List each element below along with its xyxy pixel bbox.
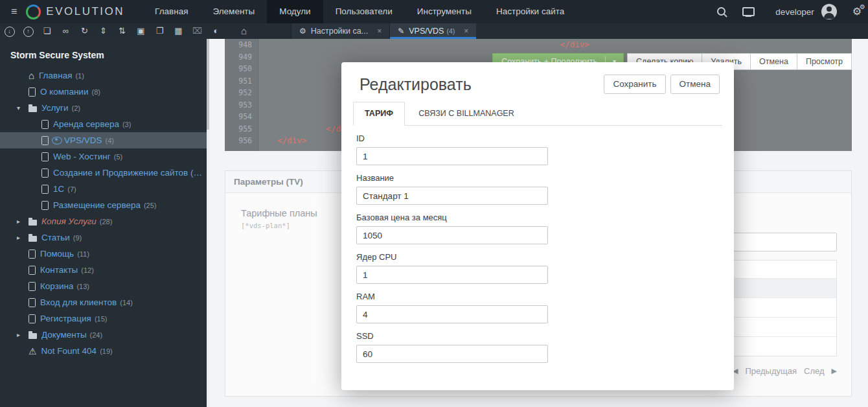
modal-buttons: Сохранить Отмена xyxy=(604,75,720,94)
new-document-icon[interactable]: ❏ xyxy=(38,23,56,39)
field-label-cpu-cores: Ядер CPU xyxy=(356,252,719,262)
home-icon: ⌂ xyxy=(29,71,34,80)
tree-item-web-hosting[interactable]: Web - Хостинг (5) xyxy=(0,148,209,165)
duplicate-icon[interactable]: ❐ xyxy=(150,23,169,39)
cancel-button[interactable]: Отмена xyxy=(670,75,720,94)
tree-item-korzina[interactable]: Корзина (13) xyxy=(0,278,209,294)
sidebar-scrollbar[interactable] xyxy=(207,39,209,407)
tab-billmanager[interactable]: СВЯЗИ С BILLMANAGER xyxy=(407,102,525,125)
username-label[interactable]: developer xyxy=(775,7,814,17)
scrollbar-thumb[interactable] xyxy=(207,39,209,130)
site-tree-sidebar: Storm Secure System ⌂ Главная (1) О комп… xyxy=(0,39,209,407)
file-icon xyxy=(41,169,49,178)
cancel-button[interactable]: Отмена xyxy=(750,53,797,70)
tree-item-dokumenty[interactable]: ▸ Документы (24) xyxy=(0,327,209,343)
logo-ring-icon xyxy=(26,5,41,19)
search-icon[interactable] xyxy=(717,7,725,16)
arrow-circle-up-icon[interactable]: ↑ xyxy=(19,23,38,39)
tree-item-razmeshchenie-servera[interactable]: Размещение сервера (25) xyxy=(0,197,209,213)
id-field[interactable] xyxy=(356,147,548,165)
folder-icon xyxy=(29,236,37,242)
tree-item-kopiya-uslugi[interactable]: ▸ Копия Услуги (28) xyxy=(0,213,209,229)
tree-item-uslugi[interactable]: ▾ Услуги (2) xyxy=(0,100,209,116)
name-field[interactable] xyxy=(356,187,548,205)
tab-count: (4) xyxy=(446,27,455,35)
tree-item-vhod-dlya-klientov[interactable]: Вход для клиентов (14) xyxy=(0,294,209,310)
next-arrow-icon[interactable]: ▶ xyxy=(832,367,837,375)
tv-field-tag: [*vds-plan*] xyxy=(241,222,290,229)
nav-item-moduli[interactable]: Модули xyxy=(267,0,323,23)
home-icon[interactable]: ⌂ xyxy=(234,23,253,39)
tree-item-not-found-404[interactable]: ⚠ Not Fount 404 (19) xyxy=(0,343,209,359)
tree-item-stati[interactable]: ▸ Статьи (9) xyxy=(0,229,209,246)
file-icon xyxy=(41,136,49,145)
field-label-base-price: Базовая цена за месяц xyxy=(356,213,719,222)
base-price-field[interactable] xyxy=(356,226,548,244)
nav-item-glavnaya[interactable]: Главная xyxy=(143,0,200,23)
tab-vps-vds[interactable]: ✎ VPS/VDS (4) × xyxy=(389,23,476,39)
sort-amount-icon[interactable]: ⇅ xyxy=(113,23,131,39)
save-button[interactable]: Сохранить xyxy=(604,75,665,94)
nav-item-nastroyki-sayta[interactable]: Настройки сайта xyxy=(484,0,577,23)
trash-icon[interactable]: ⌧ xyxy=(188,23,207,39)
ram-field[interactable] xyxy=(356,305,548,323)
ssd-field[interactable] xyxy=(356,345,548,363)
chevron-right-icon[interactable]: ▸ xyxy=(17,218,20,225)
nav-item-polzovateli[interactable]: Пользователи xyxy=(323,0,405,23)
tree-item-kontakty[interactable]: Контакты (12) xyxy=(0,262,209,278)
top-navbar: ≡ EVOLUTION Главная Элементы Модули Поль… xyxy=(0,0,868,23)
camera-icon[interactable]: ▣ xyxy=(131,23,150,39)
line-number: 955 xyxy=(225,123,258,135)
settings-gears-icon[interactable]: ⚙ xyxy=(852,6,862,17)
arrow-circle-down-icon[interactable]: ↓ xyxy=(0,23,19,39)
refresh-icon[interactable]: ↻ xyxy=(75,23,94,39)
close-icon[interactable]: × xyxy=(464,27,468,36)
chevron-down-icon[interactable]: ▾ xyxy=(17,104,20,111)
cpu-cores-field[interactable] xyxy=(356,266,548,284)
tab-tariff[interactable]: ТАРИФ xyxy=(353,102,405,126)
code-line: </div> xyxy=(258,135,306,147)
file-icon xyxy=(29,298,36,307)
menu-icon[interactable]: ≡ xyxy=(0,6,26,17)
link-icon[interactable]: ∞ xyxy=(56,23,75,39)
next-page-link[interactable]: След xyxy=(804,366,825,376)
file-icon xyxy=(41,201,49,210)
modal-tabs: ТАРИФ СВЯЗИ С BILLMANAGER xyxy=(353,102,722,126)
tab-site-settings[interactable]: ⚙ Настройки са... × xyxy=(291,23,389,39)
contrast-icon[interactable]: ◐ xyxy=(207,23,225,39)
line-number: 951 xyxy=(225,75,258,87)
file-icon xyxy=(29,314,36,323)
tree-item-o-kompanii[interactable]: О компании (8) xyxy=(0,84,209,100)
tree-item-vps-vds[interactable]: VPS/VDS (4) xyxy=(0,132,209,148)
tree-item-1c[interactable]: 1С (7) xyxy=(0,181,209,197)
preview-monitor-icon[interactable] xyxy=(742,7,755,16)
close-icon[interactable]: × xyxy=(377,27,382,36)
nav-item-instrumenty[interactable]: Инструменты xyxy=(405,0,484,23)
line-number: 956 xyxy=(225,135,258,147)
avatar[interactable] xyxy=(821,4,837,19)
line-number: 952 xyxy=(225,87,258,99)
code-line: </div> xyxy=(258,39,589,51)
file-icon xyxy=(41,185,49,194)
field-label-id: ID xyxy=(356,134,719,143)
tree-item-glavnaya[interactable]: ⌂ Главная (1) xyxy=(0,67,209,84)
chevron-right-icon[interactable]: ▸ xyxy=(17,234,20,241)
edit-icon: ✎ xyxy=(398,27,404,36)
evolution-logo[interactable]: EVOLUTION xyxy=(26,5,124,19)
line-number: 948 xyxy=(225,39,258,51)
view-button[interactable]: Просмотр xyxy=(797,53,852,70)
prev-page-link[interactable]: Предыдущая xyxy=(746,366,797,376)
tree-item-registratsiya[interactable]: Регистрация (15) xyxy=(0,310,209,327)
nav-item-elementy[interactable]: Элементы xyxy=(200,0,267,23)
grid-icon[interactable]: ▦ xyxy=(169,23,188,39)
sort-vertical-icon[interactable]: ⇕ xyxy=(94,23,113,39)
field-label-ram: RAM xyxy=(356,292,719,301)
line-number: 953 xyxy=(225,99,258,111)
file-icon xyxy=(41,152,49,161)
action-toolbar: ↓ ↑ ❏ ∞ ↻ ⇕ ⇅ ▣ ❐ ▦ ⌧ ◐ ⌂ ⚙ Настройки са… xyxy=(0,23,868,39)
tree-item-arenda-servera[interactable]: Аренда сервера (3) xyxy=(0,116,209,132)
tariff-form: ID Название Базовая цена за месяц Ядер C… xyxy=(356,134,719,371)
tree-item-pomoshch[interactable]: Помощь (11) xyxy=(0,246,209,262)
chevron-right-icon[interactable]: ▸ xyxy=(17,331,20,338)
tree-item-sozdanie-seo[interactable]: Создание и Продвижение сайтов (SEO... xyxy=(0,165,209,181)
